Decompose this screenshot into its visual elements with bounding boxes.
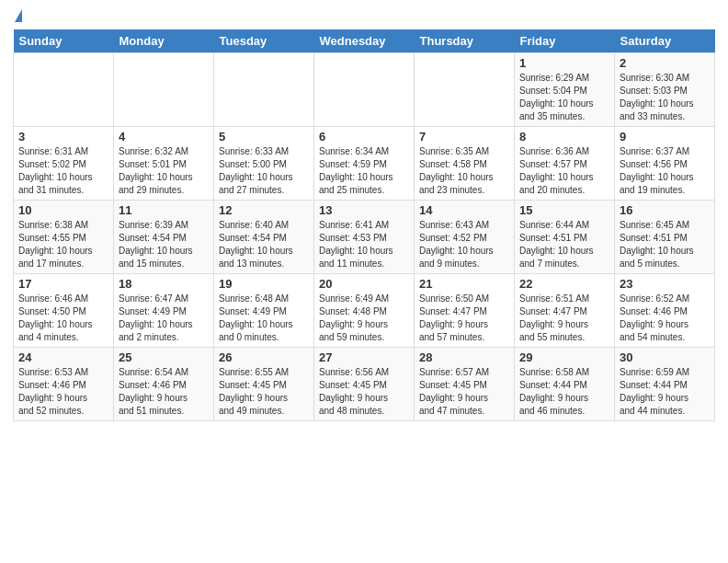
calendar-cell: 14Sunrise: 6:43 AM Sunset: 4:52 PM Dayli…	[415, 201, 515, 274]
day-number: 10	[18, 203, 108, 217]
day-number: 11	[119, 203, 209, 217]
calendar-cell: 13Sunrise: 6:41 AM Sunset: 4:53 PM Dayli…	[314, 201, 415, 274]
calendar-cell	[214, 53, 314, 127]
day-info: Sunrise: 6:47 AM Sunset: 4:49 PM Dayligh…	[119, 293, 209, 344]
day-number: 23	[620, 277, 710, 291]
day-number: 30	[620, 350, 710, 364]
calendar-week-row: 1Sunrise: 6:29 AM Sunset: 5:04 PM Daylig…	[14, 53, 715, 127]
logo-triangle-icon	[15, 9, 22, 22]
day-info: Sunrise: 6:36 AM Sunset: 4:57 PM Dayligh…	[519, 145, 609, 197]
day-number: 13	[319, 203, 409, 217]
day-number: 4	[119, 130, 209, 144]
day-number: 28	[419, 350, 509, 364]
calendar-cell: 15Sunrise: 6:44 AM Sunset: 4:51 PM Dayli…	[515, 201, 615, 274]
calendar-cell: 7Sunrise: 6:35 AM Sunset: 4:58 PM Daylig…	[415, 127, 515, 201]
day-info: Sunrise: 6:57 AM Sunset: 4:45 PM Dayligh…	[419, 366, 509, 418]
calendar-cell: 23Sunrise: 6:52 AM Sunset: 4:46 PM Dayli…	[615, 274, 715, 348]
calendar-cell	[415, 53, 515, 127]
day-info: Sunrise: 6:44 AM Sunset: 4:51 PM Dayligh…	[519, 219, 609, 270]
day-number: 18	[119, 277, 209, 291]
day-number: 25	[119, 350, 209, 364]
calendar-cell: 10Sunrise: 6:38 AM Sunset: 4:55 PM Dayli…	[14, 201, 114, 274]
calendar-cell: 5Sunrise: 6:33 AM Sunset: 5:00 PM Daylig…	[214, 127, 314, 201]
day-number: 6	[319, 130, 409, 144]
calendar-cell: 20Sunrise: 6:49 AM Sunset: 4:48 PM Dayli…	[314, 274, 415, 348]
day-info: Sunrise: 6:39 AM Sunset: 4:54 PM Dayligh…	[119, 219, 209, 270]
day-info: Sunrise: 6:56 AM Sunset: 4:45 PM Dayligh…	[319, 366, 409, 418]
calendar-cell: 18Sunrise: 6:47 AM Sunset: 4:49 PM Dayli…	[114, 274, 214, 348]
day-info: Sunrise: 6:30 AM Sunset: 5:03 PM Dayligh…	[620, 72, 710, 123]
day-info: Sunrise: 6:48 AM Sunset: 4:49 PM Dayligh…	[219, 293, 309, 344]
day-info: Sunrise: 6:35 AM Sunset: 4:58 PM Dayligh…	[419, 145, 509, 197]
page-container: SundayMondayTuesdayWednesdayThursdayFrid…	[0, 0, 728, 431]
day-number: 17	[18, 277, 108, 291]
day-number: 20	[319, 277, 409, 291]
column-header-monday: Monday	[114, 29, 214, 53]
calendar-cell: 9Sunrise: 6:37 AM Sunset: 4:56 PM Daylig…	[615, 127, 715, 201]
day-info: Sunrise: 6:51 AM Sunset: 4:47 PM Dayligh…	[519, 293, 609, 344]
calendar-cell: 8Sunrise: 6:36 AM Sunset: 4:57 PM Daylig…	[515, 127, 615, 201]
day-info: Sunrise: 6:41 AM Sunset: 4:53 PM Dayligh…	[319, 219, 409, 270]
calendar-week-row: 24Sunrise: 6:53 AM Sunset: 4:46 PM Dayli…	[14, 348, 715, 421]
day-number: 21	[419, 277, 509, 291]
calendar-cell: 29Sunrise: 6:58 AM Sunset: 4:44 PM Dayli…	[515, 348, 615, 421]
calendar-cell: 2Sunrise: 6:30 AM Sunset: 5:03 PM Daylig…	[615, 53, 715, 127]
calendar-week-row: 17Sunrise: 6:46 AM Sunset: 4:50 PM Dayli…	[14, 274, 715, 348]
calendar-cell: 25Sunrise: 6:54 AM Sunset: 4:46 PM Dayli…	[114, 348, 214, 421]
day-info: Sunrise: 6:29 AM Sunset: 5:04 PM Dayligh…	[519, 72, 609, 123]
calendar-table: SundayMondayTuesdayWednesdayThursdayFrid…	[13, 29, 715, 421]
calendar-cell: 30Sunrise: 6:59 AM Sunset: 4:44 PM Dayli…	[615, 348, 715, 421]
day-number: 22	[519, 277, 609, 291]
day-info: Sunrise: 6:58 AM Sunset: 4:44 PM Dayligh…	[519, 366, 609, 418]
column-header-saturday: Saturday	[615, 29, 715, 53]
calendar-cell	[314, 53, 415, 127]
day-info: Sunrise: 6:38 AM Sunset: 4:55 PM Dayligh…	[18, 219, 108, 270]
day-info: Sunrise: 6:50 AM Sunset: 4:47 PM Dayligh…	[419, 293, 509, 344]
column-header-thursday: Thursday	[415, 29, 515, 53]
column-header-tuesday: Tuesday	[214, 29, 314, 53]
day-info: Sunrise: 6:54 AM Sunset: 4:46 PM Dayligh…	[119, 366, 209, 418]
day-info: Sunrise: 6:52 AM Sunset: 4:46 PM Dayligh…	[620, 293, 710, 344]
column-header-friday: Friday	[515, 29, 615, 53]
calendar-cell: 19Sunrise: 6:48 AM Sunset: 4:49 PM Dayli…	[214, 274, 314, 348]
day-number: 7	[419, 130, 509, 144]
calendar-cell: 4Sunrise: 6:32 AM Sunset: 5:01 PM Daylig…	[114, 127, 214, 201]
calendar-cell: 6Sunrise: 6:34 AM Sunset: 4:59 PM Daylig…	[314, 127, 415, 201]
day-number: 24	[18, 350, 108, 364]
day-number: 2	[620, 56, 710, 70]
day-info: Sunrise: 6:45 AM Sunset: 4:51 PM Dayligh…	[620, 219, 710, 270]
calendar-cell: 11Sunrise: 6:39 AM Sunset: 4:54 PM Dayli…	[114, 201, 214, 274]
logo	[13, 9, 22, 24]
day-info: Sunrise: 6:33 AM Sunset: 5:00 PM Dayligh…	[219, 145, 309, 197]
calendar-cell: 26Sunrise: 6:55 AM Sunset: 4:45 PM Dayli…	[214, 348, 314, 421]
day-number: 9	[620, 130, 710, 144]
day-info: Sunrise: 6:34 AM Sunset: 4:59 PM Dayligh…	[319, 145, 409, 197]
calendar-cell: 1Sunrise: 6:29 AM Sunset: 5:04 PM Daylig…	[515, 53, 615, 127]
day-info: Sunrise: 6:40 AM Sunset: 4:54 PM Dayligh…	[219, 219, 309, 270]
column-header-wednesday: Wednesday	[314, 29, 415, 53]
day-number: 19	[219, 277, 309, 291]
day-number: 5	[219, 130, 309, 144]
day-info: Sunrise: 6:37 AM Sunset: 4:56 PM Dayligh…	[620, 145, 710, 197]
day-number: 12	[219, 203, 309, 217]
calendar-cell: 17Sunrise: 6:46 AM Sunset: 4:50 PM Dayli…	[14, 274, 114, 348]
day-info: Sunrise: 6:49 AM Sunset: 4:48 PM Dayligh…	[319, 293, 409, 344]
calendar-cell: 28Sunrise: 6:57 AM Sunset: 4:45 PM Dayli…	[415, 348, 515, 421]
day-number: 14	[419, 203, 509, 217]
day-info: Sunrise: 6:53 AM Sunset: 4:46 PM Dayligh…	[18, 366, 108, 418]
day-info: Sunrise: 6:55 AM Sunset: 4:45 PM Dayligh…	[219, 366, 309, 418]
day-number: 27	[319, 350, 409, 364]
day-number: 3	[18, 130, 108, 144]
day-number: 8	[519, 130, 609, 144]
calendar-cell: 22Sunrise: 6:51 AM Sunset: 4:47 PM Dayli…	[515, 274, 615, 348]
day-number: 15	[519, 203, 609, 217]
header	[13, 9, 715, 24]
day-info: Sunrise: 6:59 AM Sunset: 4:44 PM Dayligh…	[620, 366, 710, 418]
calendar-cell: 12Sunrise: 6:40 AM Sunset: 4:54 PM Dayli…	[214, 201, 314, 274]
calendar-week-row: 10Sunrise: 6:38 AM Sunset: 4:55 PM Dayli…	[14, 201, 715, 274]
day-info: Sunrise: 6:46 AM Sunset: 4:50 PM Dayligh…	[18, 293, 108, 344]
day-number: 29	[519, 350, 609, 364]
day-info: Sunrise: 6:43 AM Sunset: 4:52 PM Dayligh…	[419, 219, 509, 270]
calendar-cell: 27Sunrise: 6:56 AM Sunset: 4:45 PM Dayli…	[314, 348, 415, 421]
calendar-cell: 16Sunrise: 6:45 AM Sunset: 4:51 PM Dayli…	[615, 201, 715, 274]
